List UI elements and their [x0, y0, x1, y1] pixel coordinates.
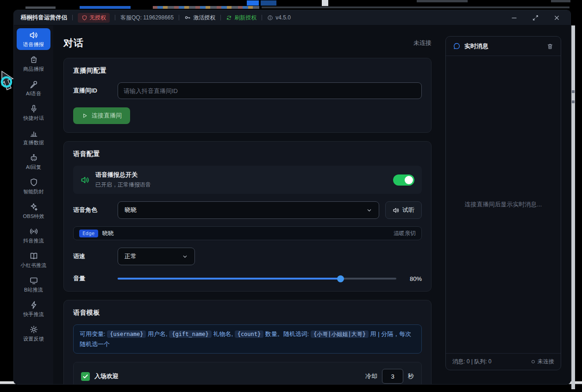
panel-connection-status: 未连接: [532, 358, 554, 366]
background-artifact: [551, 0, 570, 2]
variable-chip: {count}: [235, 330, 264, 338]
background-artifact: [261, 0, 276, 6]
voice-template-card: 语音模板 可用变量: {username} 用户名, {gift_name} 礼…: [63, 300, 432, 384]
sidebar-item-label: 直播数据: [23, 139, 44, 146]
voice-role-value: 晓晓: [125, 206, 137, 214]
sidebar-item-voice-broadcast[interactable]: 语音播报: [17, 28, 50, 50]
divider: [72, 15, 73, 20]
voice-style: 温暖亲切: [394, 230, 416, 237]
background-scrollbar-strip: [571, 25, 575, 389]
shield-icon: [29, 178, 38, 187]
hint-text: 数量。随机选词:: [263, 330, 311, 337]
sidebar-item-live-data[interactable]: 直播数据: [17, 126, 50, 148]
sidebar-item-bilibili-stream[interactable]: B站推流: [17, 274, 50, 295]
hint-text: 用户名,: [146, 330, 169, 337]
engine-badge: Edge: [79, 230, 98, 237]
preview-voice-button[interactable]: 试听: [385, 201, 422, 219]
welcome-checkbox[interactable]: [81, 372, 90, 381]
sidebar-item-label: OBS特效: [23, 213, 44, 220]
cooldown-input[interactable]: [382, 369, 403, 384]
sidebar-item-xiaohongshu-stream[interactable]: 小红书推流: [17, 249, 50, 271]
sidebar-item-ai-voice[interactable]: AI语音: [17, 77, 50, 99]
sidebar-item-ai-reply[interactable]: AI回复: [17, 151, 50, 173]
volume-slider-fill: [118, 278, 341, 280]
robot-icon: [29, 153, 38, 162]
realtime-panel: 实时消息 连接直播间后显示实时消息... 消息: 0 | 队列: 0 未连接: [445, 36, 561, 370]
master-switch-subtitle: 已开启，正常播报语音: [95, 181, 151, 189]
sidebar-item-label: 快手推流: [23, 311, 44, 318]
divider: [115, 15, 115, 20]
sidebar-item-label: AI语音: [26, 90, 41, 97]
sidebar-item-settings-feedback[interactable]: 设置反馈: [17, 323, 50, 344]
message-queue-counts: 消息: 0 | 队列: 0: [452, 358, 491, 366]
background-artifact: [417, 0, 468, 2]
broadcast-icon: [29, 227, 38, 236]
app-title: 梧桐抖音运营伴侣: [21, 14, 67, 22]
minimize-button[interactable]: [510, 14, 518, 21]
maximize-button[interactable]: [532, 14, 539, 21]
hint-text: 礼物名,: [212, 330, 235, 337]
page-title: 对话: [63, 37, 84, 50]
refresh-license-button[interactable]: 刷新授权: [226, 14, 257, 22]
background-artifact: [80, 6, 131, 9]
welcome-label: 入场欢迎: [94, 372, 119, 380]
volume-slider[interactable]: [118, 275, 396, 282]
chevron-down-icon: [366, 207, 372, 213]
sidebar-item-douyin-stream[interactable]: 抖音推流: [17, 224, 50, 246]
info-icon: [267, 15, 273, 21]
status-dot-icon: [532, 360, 535, 363]
activate-license-button[interactable]: 激活授权: [184, 14, 215, 22]
close-button[interactable]: [553, 14, 560, 21]
sidebar-item-anti-ban[interactable]: 智能防封: [17, 175, 50, 197]
connect-room-button[interactable]: 连接直播间: [73, 107, 130, 124]
room-config-card: 直播间配置 直播间ID 连接直播间: [63, 58, 432, 133]
divider: [220, 15, 221, 20]
empty-message: 连接直播间后显示实时消息...: [465, 200, 542, 209]
bag-icon: [29, 55, 38, 64]
master-switch-toggle[interactable]: [393, 174, 414, 186]
trash-icon[interactable]: [546, 43, 554, 50]
preview-voice-label: 试听: [402, 206, 414, 214]
titlebar: 梧桐抖音运营伴侣 无授权 客服QQ: 1196298665 激活授权 刷新授权 …: [14, 10, 570, 25]
background-artifact: [322, 0, 328, 6]
master-switch-row: 语音播报总开关 已开启，正常播报语音: [73, 166, 422, 194]
divider: [262, 15, 262, 20]
activate-label: 激活授权: [193, 14, 215, 22]
speaker-icon: [29, 31, 38, 40]
gear-icon: [29, 325, 38, 334]
sidebar-item-quick-chat[interactable]: 快捷对话: [17, 102, 50, 124]
key-icon: [184, 14, 191, 21]
voice-role-select[interactable]: 晓晓: [118, 201, 379, 219]
license-badge: 无授权: [78, 13, 110, 23]
background-artifact: [262, 6, 569, 8]
room-id-input[interactable]: [118, 82, 422, 99]
sidebar-item-obs-effects[interactable]: OBS特效: [17, 200, 50, 222]
desktop: 梧桐抖音运营伴侣 无授权 客服QQ: 1196298665 激活授权 刷新授权 …: [0, 0, 582, 392]
shield-icon: [81, 15, 88, 21]
sidebar-item-product-broadcast[interactable]: 商品播报: [17, 53, 50, 75]
volume-slider-thumb[interactable]: [337, 275, 344, 282]
cooldown-unit: 秒: [408, 372, 414, 380]
check-icon: [82, 373, 88, 380]
refresh-label: 刷新授权: [234, 14, 257, 22]
divider: [179, 15, 179, 20]
sparkles-icon: [29, 202, 38, 212]
sidebar-item-label: AI回复: [26, 164, 41, 171]
realtime-panel-title: 实时消息: [464, 42, 488, 50]
sidebar-item-label: 快捷对话: [23, 115, 44, 122]
welcome-template-item: 入场欢迎 冷却 秒: [73, 362, 422, 384]
voice-config-title: 语音配置: [73, 150, 422, 158]
master-switch-title: 语音播报总开关: [95, 171, 151, 179]
chat-bubble-icon: [453, 42, 461, 50]
variable-chip: {username}: [107, 330, 146, 338]
speed-value: 正常: [125, 252, 137, 261]
background-artifact: [153, 6, 259, 9]
sidebar-item-kuaishou-stream[interactable]: 快手推流: [17, 298, 50, 320]
sidebar-item-label: 设置反馈: [23, 336, 44, 342]
sidebar-item-label: 商品播报: [23, 66, 44, 73]
sidebar-item-label: 智能防封: [23, 188, 44, 195]
karaoke-mic-icon: [29, 80, 38, 89]
sidebar-item-label: 小红书推流: [21, 262, 47, 269]
speed-select[interactable]: 正常: [118, 248, 195, 265]
variables-hint: 可用变量: {username} 用户名, {gift_name} 礼物名, {…: [73, 324, 422, 354]
